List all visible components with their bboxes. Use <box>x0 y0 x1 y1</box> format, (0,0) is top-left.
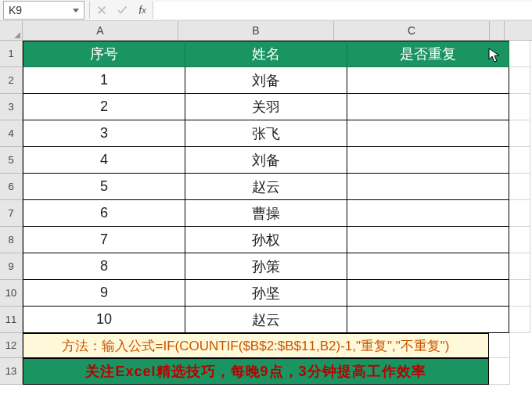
header-cell-dup-label: 是否重复 <box>400 45 456 63</box>
cell-edge[interactable] <box>509 147 530 174</box>
formula-bar: K9 fx <box>0 0 532 21</box>
cell-seq[interactable]: 10 <box>23 307 185 333</box>
sheet-area: A B C 1 序号 姓名 是否重复 2 1 刘备 3 <box>0 21 532 416</box>
cell-name[interactable]: 刘备 <box>185 67 347 94</box>
cell-seq[interactable]: 2 <box>23 94 185 120</box>
row-header[interactable]: 8 <box>0 227 23 253</box>
header-cell-name[interactable]: 姓名 <box>185 41 347 67</box>
row-header[interactable]: 1 <box>0 41 23 67</box>
cell-seq[interactable]: 1 <box>23 67 185 94</box>
cell-edge[interactable] <box>509 120 530 147</box>
cell-dup[interactable] <box>347 227 509 253</box>
table-row: 7 6 曹操 <box>0 200 532 227</box>
divider <box>89 2 90 19</box>
cell-name[interactable]: 赵云 <box>185 174 347 200</box>
cell-edge[interactable] <box>509 200 530 227</box>
row-header[interactable]: 4 <box>0 120 23 147</box>
formula-input[interactable] <box>153 2 532 19</box>
cell-edge[interactable] <box>509 227 530 253</box>
chevron-down-icon[interactable] <box>73 9 79 13</box>
name-box-value: K9 <box>9 2 22 19</box>
cell-name[interactable]: 孙坚 <box>185 280 347 307</box>
column-header-edge <box>490 21 505 40</box>
cursor-arrow-icon <box>488 48 501 63</box>
cell-dup[interactable] <box>347 120 509 147</box>
row-header[interactable]: 11 <box>0 307 23 333</box>
table-row: 10 9 孙坚 <box>0 280 532 307</box>
cell-seq[interactable]: 9 <box>23 280 185 307</box>
header-cell-seq[interactable]: 序号 <box>23 41 185 67</box>
select-all-corner[interactable] <box>0 21 23 40</box>
cell-seq[interactable]: 8 <box>23 253 185 280</box>
table-header-row: 1 序号 姓名 是否重复 <box>0 41 532 67</box>
cell-dup[interactable] <box>347 67 509 94</box>
table-row: 6 5 赵云 <box>0 174 532 200</box>
cell-seq[interactable]: 5 <box>23 174 185 200</box>
cell-name[interactable]: 赵云 <box>185 307 347 333</box>
banner-cell[interactable]: 关注Excel精选技巧，每晚9点，3分钟提高工作效率 <box>23 358 489 385</box>
cancel-icon[interactable] <box>92 2 112 19</box>
row-header[interactable]: 3 <box>0 94 23 120</box>
name-box[interactable]: K9 <box>3 1 84 20</box>
column-headers: A B C <box>0 21 532 41</box>
table-row: 5 4 刘备 <box>0 147 532 174</box>
banner-row: 13 关注Excel精选技巧，每晚9点，3分钟提高工作效率 <box>0 358 532 385</box>
table-row: 8 7 孙权 <box>0 227 532 253</box>
cell-name[interactable]: 关羽 <box>185 94 347 120</box>
row-header[interactable]: 13 <box>0 358 23 385</box>
row-header[interactable]: 9 <box>0 253 23 280</box>
cell-name[interactable]: 张飞 <box>185 120 347 147</box>
cell-dup[interactable] <box>347 147 509 174</box>
cell-name[interactable]: 孙策 <box>185 253 347 280</box>
cell-seq[interactable]: 4 <box>23 147 185 174</box>
cell-dup[interactable] <box>347 253 509 280</box>
column-header-c[interactable]: C <box>334 21 490 40</box>
cell-seq[interactable]: 7 <box>23 227 185 253</box>
note-cell[interactable]: 方法：输入公式=IF(COUNTIF($B$2:$B$11,B2)-1,"重复"… <box>23 333 489 358</box>
cell-edge[interactable] <box>509 280 530 307</box>
cell-name[interactable]: 孙权 <box>185 227 347 253</box>
fx-icon[interactable]: fx <box>132 2 153 19</box>
enter-icon[interactable] <box>112 2 132 19</box>
column-header-b[interactable]: B <box>178 21 334 40</box>
cell-dup[interactable] <box>347 174 509 200</box>
table-row: 4 3 张飞 <box>0 120 532 147</box>
cell-edge[interactable] <box>509 67 530 94</box>
row-header[interactable]: 12 <box>0 333 23 358</box>
cell-edge[interactable] <box>509 94 530 120</box>
row-header[interactable]: 2 <box>0 67 23 94</box>
table-row: 3 2 关羽 <box>0 94 532 120</box>
cell-dup[interactable] <box>347 200 509 227</box>
cell-edge[interactable] <box>489 333 510 358</box>
cell-dup[interactable] <box>347 307 509 333</box>
column-header-a[interactable]: A <box>23 21 178 40</box>
grid: 1 序号 姓名 是否重复 2 1 刘备 3 2 关羽 <box>0 41 532 416</box>
cell-seq[interactable]: 3 <box>23 120 185 147</box>
row-header[interactable]: 6 <box>0 174 23 200</box>
note-row: 12 方法：输入公式=IF(COUNTIF($B$2:$B$11,B2)-1,"… <box>0 333 532 358</box>
table-row: 11 10 赵云 <box>0 307 532 333</box>
row-header[interactable]: 10 <box>0 280 23 307</box>
cell-edge[interactable] <box>489 358 510 385</box>
table-row: 9 8 孙策 <box>0 253 532 280</box>
cell-edge[interactable] <box>509 41 530 67</box>
header-cell-dup[interactable]: 是否重复 <box>347 41 509 67</box>
cell-edge[interactable] <box>509 307 530 333</box>
cell-dup[interactable] <box>347 94 509 120</box>
cell-edge[interactable] <box>509 174 530 200</box>
cell-edge[interactable] <box>509 253 530 280</box>
row-header[interactable]: 5 <box>0 147 23 174</box>
cell-name[interactable]: 曹操 <box>185 200 347 227</box>
cell-seq[interactable]: 6 <box>23 200 185 227</box>
cell-dup[interactable] <box>347 280 509 307</box>
cell-name[interactable]: 刘备 <box>185 147 347 174</box>
row-header[interactable]: 7 <box>0 200 23 227</box>
table-row: 2 1 刘备 <box>0 67 532 94</box>
